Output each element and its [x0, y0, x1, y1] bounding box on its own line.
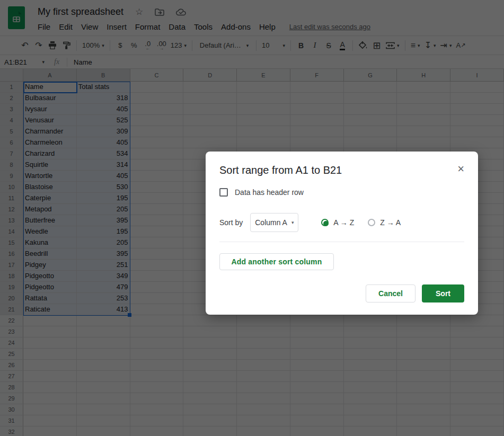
ascending-radio[interactable]: [321, 219, 329, 226]
sort-by-label: Sort by: [219, 218, 243, 227]
google-sheets-window: My first spreadsheet ☆ FileEditViewInser…: [0, 0, 504, 436]
add-sort-column-button[interactable]: Add another sort column: [219, 253, 334, 270]
header-row-checkbox-row[interactable]: Data has header row: [219, 188, 464, 197]
dialog-title: Sort range from A1 to B21: [219, 164, 464, 176]
cancel-button[interactable]: Cancel: [366, 284, 415, 302]
sort-descending-option[interactable]: Z → A: [368, 218, 401, 227]
header-row-checkbox-label: Data has header row: [235, 188, 304, 197]
sort-range-dialog: Sort range from A1 to B21 × Data has hea…: [206, 152, 478, 315]
header-row-checkbox[interactable]: [219, 188, 228, 197]
descending-radio[interactable]: [368, 219, 375, 226]
sort-column-select[interactable]: Column A▾: [250, 213, 298, 232]
close-icon[interactable]: ×: [457, 164, 464, 174]
sort-ascending-option[interactable]: A → Z: [321, 218, 354, 227]
sort-button[interactable]: Sort: [422, 284, 464, 302]
